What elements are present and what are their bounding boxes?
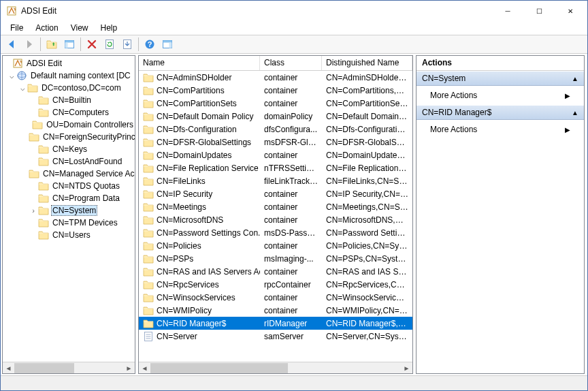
column-class[interactable]: Class xyxy=(260,56,322,70)
cell-dn: CN=PSPs,CN=System,D xyxy=(322,254,412,264)
folder-icon xyxy=(38,107,49,118)
list-row[interactable]: CN=ComPartitionSetscontainerCN=ComPartit… xyxy=(139,97,412,110)
cell-name: CN=Default Domain Policy xyxy=(157,112,253,121)
list-row[interactable]: CN=Dfs-ConfigurationdfsConfigura...CN=Df… xyxy=(139,123,412,136)
minimize-button[interactable]: ─ xyxy=(492,1,523,21)
tree-item-label: OU=Domain Controllers xyxy=(45,120,135,129)
menu-file[interactable]: File xyxy=(5,22,29,33)
folder-icon xyxy=(38,144,49,155)
folder-icon xyxy=(143,98,154,109)
cell-class: container xyxy=(260,202,322,212)
folder-icon xyxy=(143,189,154,200)
folder-icon xyxy=(143,228,154,238)
tree-item[interactable]: CN=Users xyxy=(3,229,135,241)
tree-domain[interactable]: ⌵ DC=contoso,DC=com xyxy=(3,82,135,94)
list-row[interactable]: CN=Default Domain PolicydomainPolicyCN=D… xyxy=(139,110,412,123)
cell-class: dfsConfigura... xyxy=(260,125,322,134)
scroll-right-icon[interactable]: ► xyxy=(401,363,412,373)
tree-item[interactable]: CN=Managed Service Accounts xyxy=(3,168,135,180)
list-row[interactable]: CN=Password Settings Con...msDS-Passw...… xyxy=(139,226,412,239)
refresh-button[interactable] xyxy=(101,37,118,52)
list-row[interactable]: CN=File Replication ServicenTFRSSettings… xyxy=(139,161,412,174)
tree-item-label: CN=ForeignSecurityPrincipals xyxy=(42,132,135,142)
doc-icon xyxy=(143,331,154,342)
tree-item[interactable]: CN=Keys xyxy=(3,143,135,155)
list-row[interactable]: CN=MeetingscontainerCN=Meetings,CN=Syste xyxy=(139,200,412,213)
menu-help[interactable]: Help xyxy=(95,22,123,33)
tree-item[interactable]: OU=Domain Controllers xyxy=(3,119,135,131)
actions-more-rid[interactable]: More Actions ▶ xyxy=(416,120,584,139)
list-scrollbar[interactable]: ◄ ► xyxy=(139,362,412,373)
list-row[interactable]: CN=AdminSDHoldercontainerCN=AdminSDHolde… xyxy=(139,71,412,84)
folder-icon xyxy=(38,95,49,106)
list-row[interactable]: CN=MicrosoftDNScontainerCN=MicrosoftDNS,… xyxy=(139,213,412,226)
tree-root[interactable]: ADSI Edit xyxy=(3,57,135,69)
cell-class: rIDManager xyxy=(260,319,322,328)
list-row[interactable]: CN=ServersamServerCN=Server,CN=System, xyxy=(139,330,412,343)
cell-dn: CN=FileLinks,CN=Syste xyxy=(322,176,412,186)
delete-button[interactable] xyxy=(84,37,100,52)
cell-name: CN=AdminSDHolder xyxy=(157,73,231,82)
list-row[interactable]: CN=DFSR-GlobalSettingsmsDFSR-Glo...CN=DF… xyxy=(139,136,412,148)
folder-icon xyxy=(29,131,39,142)
list-row[interactable]: CN=DomainUpdatescontainerCN=DomainUpdate… xyxy=(139,148,412,161)
tree-item-label: CN=Program Data xyxy=(51,193,121,203)
column-name[interactable]: Name xyxy=(139,56,260,70)
column-dn[interactable]: Distinguished Name xyxy=(322,56,412,70)
maximize-button[interactable]: ☐ xyxy=(523,1,555,21)
tree-item-label: CN=NTDS Quotas xyxy=(51,181,121,191)
actions-more-system[interactable]: More Actions ▶ xyxy=(416,86,584,105)
list-row[interactable]: CN=ComPartitionscontainerCN=ComPartition… xyxy=(139,84,412,97)
show-hide-tree-button[interactable] xyxy=(61,37,78,52)
folder-icon xyxy=(38,193,49,204)
tree-item[interactable]: CN=NTDS Quotas xyxy=(3,180,135,192)
scroll-left-icon[interactable]: ◄ xyxy=(3,363,14,373)
list-row[interactable]: CN=PSPsmsImaging-...CN=PSPs,CN=System,D xyxy=(139,252,412,265)
tree-scrollbar[interactable]: ◄ ► xyxy=(3,362,135,373)
list-row[interactable]: CN=WMIPolicycontainerCN=WMIPolicy,CN=Sys xyxy=(139,304,412,317)
forward-button[interactable] xyxy=(21,37,37,52)
list-row[interactable]: CN=FileLinksfileLinkTracki...CN=FileLink… xyxy=(139,174,412,187)
title-bar[interactable]: ADSI Edit ─ ☐ ✕ xyxy=(1,1,587,21)
tree-item-label: CN=Computers xyxy=(51,108,110,117)
svg-rect-10 xyxy=(65,43,68,48)
actions-group-system[interactable]: CN=System ▲ xyxy=(416,71,584,86)
tree-item[interactable]: CN=TPM Devices xyxy=(3,217,135,229)
export-list-button[interactable] xyxy=(119,37,135,52)
folder-icon xyxy=(143,111,154,122)
list-row[interactable]: CN=PoliciescontainerCN=Policies,CN=Syste… xyxy=(139,239,412,252)
tree-item[interactable]: CN=Program Data xyxy=(3,192,135,204)
tree-item[interactable]: CN=Builtin xyxy=(3,94,135,106)
tree-item[interactable]: CN=LostAndFound xyxy=(3,155,135,168)
folder-icon xyxy=(143,318,154,329)
tree-item[interactable]: ›CN=System xyxy=(3,204,135,217)
menu-view[interactable]: View xyxy=(65,22,94,33)
menu-action[interactable]: Action xyxy=(30,22,63,33)
cell-class: rpcContainer xyxy=(260,280,322,290)
actions-group-rid[interactable]: CN=RID Manager$ ▲ xyxy=(416,105,584,120)
scroll-left-icon[interactable]: ◄ xyxy=(139,363,150,373)
help-button[interactable]: ? xyxy=(142,37,158,52)
list-row[interactable]: CN=RpcServicesrpcContainerCN=RpcServices… xyxy=(139,278,412,291)
tree-item[interactable]: CN=ForeignSecurityPrincipals xyxy=(3,131,135,143)
tree-view[interactable]: ADSI Edit ⌵ Default naming context [DC ⌵… xyxy=(3,56,135,362)
list-pane: Name Class Distinguished Name CN=AdminSD… xyxy=(138,55,413,374)
back-button[interactable] xyxy=(3,37,20,52)
tree-context[interactable]: ⌵ Default naming context [DC xyxy=(3,69,135,82)
close-button[interactable]: ✕ xyxy=(555,1,586,21)
status-bar xyxy=(1,375,587,390)
tree-item[interactable]: CN=Computers xyxy=(3,106,135,119)
show-hide-action-button[interactable] xyxy=(159,37,176,52)
list-body[interactable]: CN=AdminSDHoldercontainerCN=AdminSDHolde… xyxy=(139,71,412,362)
list-row[interactable]: CN=RID Manager$rIDManagerCN=RID Manager$… xyxy=(139,317,412,330)
list-row[interactable]: CN=WinsockServicescontainerCN=WinsockSer… xyxy=(139,291,412,304)
app-icon xyxy=(6,5,17,16)
list-row[interactable]: CN=IP SecuritycontainerCN=IP Security,CN… xyxy=(139,187,412,200)
cell-dn: CN=Default Domain Po xyxy=(322,112,412,121)
cell-dn: CN=DomainUpdates,CN xyxy=(322,151,412,160)
list-row[interactable]: CN=RAS and IAS Servers Ac...containerCN=… xyxy=(139,265,412,278)
cell-name: CN=ComPartitionSets xyxy=(157,99,237,108)
up-button[interactable] xyxy=(44,37,60,52)
folder-icon xyxy=(32,119,43,130)
scroll-right-icon[interactable]: ► xyxy=(123,363,135,373)
